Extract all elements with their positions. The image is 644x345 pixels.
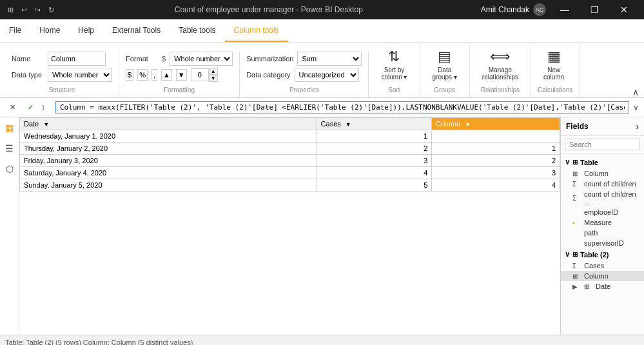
field-item-date[interactable]: ▶ ⊞ Date bbox=[561, 281, 644, 291]
ribbon-collapse-btn[interactable]: ∧ bbox=[632, 87, 639, 97]
table-row: Thursday, January 2, 2020 2 1 bbox=[20, 143, 560, 155]
col-header-date[interactable]: Date ▼ bbox=[20, 118, 317, 130]
fields-search-input[interactable] bbox=[565, 139, 640, 150]
date-filter-icon[interactable]: ▼ bbox=[43, 121, 49, 128]
menu-file[interactable]: File bbox=[0, 19, 30, 42]
accept-formula-btn[interactable]: ✓ bbox=[23, 101, 37, 115]
comma-icon[interactable]: , bbox=[151, 69, 157, 81]
user-area: Amit Chandak AC — ❐ ✕ bbox=[481, 0, 639, 19]
data-view-icon[interactable]: ☰ bbox=[5, 143, 14, 153]
new-column-icon: ▦ bbox=[547, 48, 561, 65]
formula-line-number: 1 bbox=[41, 104, 52, 112]
close-btn[interactable]: ✕ bbox=[609, 0, 639, 19]
ribbon-summarization-row: Summarization Sum Count Average None bbox=[246, 52, 362, 66]
ribbon-group-groups: ▤ Datagroups ▾ Groups bbox=[420, 45, 470, 97]
menu-table-tools[interactable]: Table tools bbox=[170, 19, 224, 42]
col-header-cases[interactable]: Cases ▼ bbox=[317, 118, 432, 130]
window-controls[interactable]: — ❐ ✕ bbox=[550, 0, 639, 19]
field-item-measure[interactable]: ▪ Measure bbox=[561, 217, 644, 228]
decimal-down-icon[interactable]: ▼ bbox=[176, 69, 187, 81]
table2-group-chevron: ∨ bbox=[565, 250, 570, 259]
groups-icon: ▤ bbox=[438, 48, 451, 65]
fields-expand-btn[interactable]: › bbox=[636, 121, 639, 132]
table-group-label: Table bbox=[580, 159, 598, 166]
percent-icon[interactable]: % bbox=[137, 69, 148, 81]
window-left-controls[interactable]: ⊞ ↩ ↪ ↻ bbox=[5, 5, 57, 15]
data-area: Date ▼ Cases ▼ Column ▼ Wednesday, Janua… bbox=[19, 117, 560, 335]
model-view-icon[interactable]: ⬡ bbox=[6, 164, 14, 174]
field-label-column2: Column bbox=[584, 272, 609, 280]
data-groups-btn[interactable]: ▤ Datagroups ▾ bbox=[427, 45, 463, 84]
summarization-select[interactable]: Sum Count Average None bbox=[297, 52, 362, 66]
field-item-emplooeID[interactable]: emplooeID bbox=[561, 207, 644, 217]
field-item-column[interactable]: ⊞ Column bbox=[561, 168, 644, 179]
datatype-select[interactable]: Whole number Text Decimal Date bbox=[48, 68, 112, 82]
minimize-btn[interactable]: — bbox=[550, 0, 580, 19]
formula-input[interactable] bbox=[55, 101, 629, 113]
cancel-formula-btn[interactable]: ✕ bbox=[5, 101, 19, 115]
field-item-path[interactable]: path bbox=[561, 228, 644, 238]
table2-group-table-icon: ⊞ bbox=[572, 251, 578, 258]
cell-date-2: Thursday, January 2, 2020 bbox=[20, 143, 317, 155]
field-item-cases[interactable]: Σ Cases bbox=[561, 261, 644, 271]
structure-group-label: Structure bbox=[12, 86, 112, 95]
ribbon-datacategory-row: Data category Uncategorized Web URL Imag… bbox=[246, 68, 358, 82]
col-header-column[interactable]: Column ▼ bbox=[432, 118, 560, 130]
field-group-table2: ∨ ⊞ Table (2) Σ Cases ⊞ Column ▶ ⊞ Date bbox=[561, 248, 644, 291]
cell-date-5: Sunday, January 5, 2020 bbox=[20, 179, 317, 192]
groups-btn-label: Datagroups ▾ bbox=[433, 66, 457, 81]
menu-home[interactable]: Home bbox=[30, 19, 69, 42]
cell-cases-3: 3 bbox=[317, 155, 432, 167]
new-column-btn-label: Newcolumn bbox=[543, 66, 564, 81]
field-item-column2[interactable]: ⊞ Column bbox=[561, 271, 644, 281]
menu-column-tools[interactable]: Column tools bbox=[225, 19, 288, 42]
cell-column-1 bbox=[432, 130, 560, 143]
redo-btn[interactable]: ↪ bbox=[32, 5, 43, 15]
new-column-btn[interactable]: ▦ Newcolumn bbox=[538, 45, 570, 84]
name-label: Name bbox=[12, 55, 44, 63]
field-item-count-children[interactable]: Σ count of children bbox=[561, 179, 644, 189]
ribbon-group-properties: Summarization Sum Count Average None Dat… bbox=[240, 51, 369, 97]
menu-bar: File Home Help External Tools Table tool… bbox=[0, 19, 644, 43]
cell-cases-2: 2 bbox=[317, 143, 432, 155]
field-label-cases: Cases bbox=[584, 262, 604, 270]
ribbon-formatting-buttons: $ % , ▲ ▼ ▲ ▼ bbox=[126, 68, 218, 82]
cases-filter-icon[interactable]: ▼ bbox=[346, 121, 351, 128]
menu-help[interactable]: Help bbox=[69, 19, 103, 42]
fields-tree: ∨ ⊞ Table ⊞ Column Σ count of children Σ… bbox=[561, 153, 644, 335]
column-filter-icon[interactable]: ▼ bbox=[465, 121, 471, 128]
field-group-table2-header[interactable]: ∨ ⊞ Table (2) bbox=[561, 248, 644, 261]
field-item-count-children2[interactable]: Σ count of children ... bbox=[561, 189, 644, 207]
app-icon: ⊞ bbox=[5, 5, 16, 15]
field-label-count-children2: count of children ... bbox=[584, 190, 640, 206]
report-view-icon[interactable]: ▦ bbox=[5, 123, 14, 133]
formula-expand-btn[interactable]: ∨ bbox=[633, 103, 639, 112]
decimal-up-icon[interactable]: ▲ bbox=[161, 69, 172, 81]
datacategory-select[interactable]: Uncategorized Web URL Image URL bbox=[295, 68, 359, 82]
cell-cases-1: 1 bbox=[317, 130, 432, 143]
sort-by-column-btn[interactable]: ⇅ Sort bycolumn ▾ bbox=[375, 45, 413, 84]
decimal-spinner[interactable]: ▲ ▼ bbox=[191, 68, 218, 82]
cell-column-5: 4 bbox=[432, 179, 560, 192]
redo2-btn[interactable]: ↻ bbox=[46, 5, 57, 15]
spinner-up[interactable]: ▲ bbox=[209, 68, 218, 75]
groups-group-label: Groups bbox=[427, 86, 463, 95]
menu-external-tools[interactable]: External Tools bbox=[103, 19, 170, 42]
field-item-supervisorID[interactable]: supervisorID bbox=[561, 238, 644, 248]
summarization-label: Summarization bbox=[246, 55, 293, 63]
name-input[interactable] bbox=[48, 52, 106, 66]
undo-btn[interactable]: ↩ bbox=[19, 5, 30, 15]
calculations-group-label: Calculations bbox=[538, 86, 572, 95]
spinner-btns[interactable]: ▲ ▼ bbox=[209, 68, 218, 82]
spinner-down[interactable]: ▼ bbox=[209, 75, 218, 82]
field-label-column: Column bbox=[584, 170, 609, 177]
maximize-btn[interactable]: ❐ bbox=[580, 0, 609, 19]
fields-title: Fields bbox=[566, 122, 589, 131]
fields-header: Fields › bbox=[561, 117, 644, 136]
manage-relationships-btn[interactable]: ⟺ Managerelationships bbox=[476, 45, 524, 84]
field-label-measure: Measure bbox=[584, 219, 612, 226]
format-select[interactable]: Whole number Decimal Text bbox=[170, 52, 233, 66]
field-group-table-header[interactable]: ∨ ⊞ Table bbox=[561, 156, 644, 168]
date-expand-icon: ▶ bbox=[572, 283, 581, 290]
formatting-group-label: Formatting bbox=[126, 86, 233, 95]
